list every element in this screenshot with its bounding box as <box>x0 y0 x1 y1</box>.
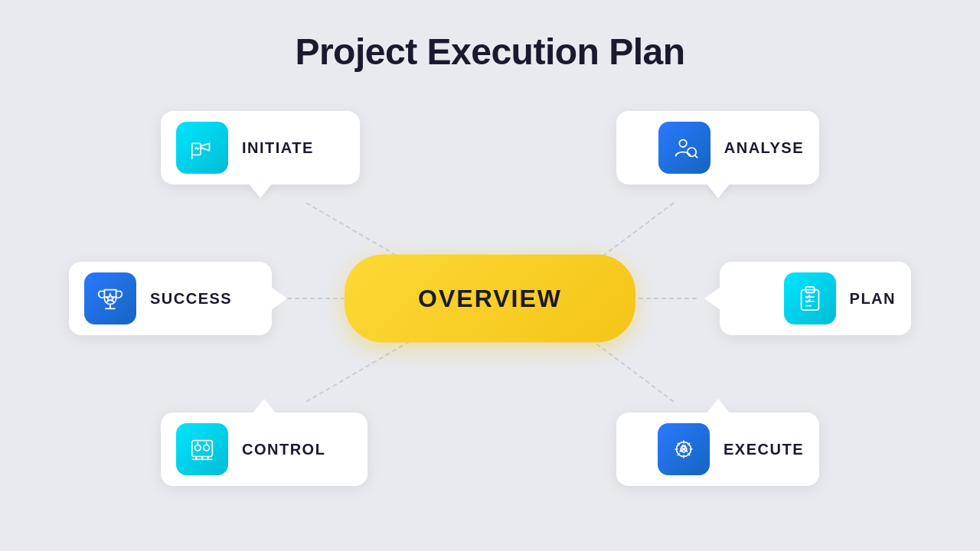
card-plan: PLAN <box>720 262 911 335</box>
svg-line-10 <box>694 155 697 158</box>
success-icon-box <box>84 272 136 324</box>
card-execute: EXECUTE <box>616 412 819 486</box>
card-analyse: ANALYSE <box>616 111 819 184</box>
svg-point-8 <box>679 140 687 148</box>
overview-label: OVERVIEW <box>418 285 562 313</box>
initiate-icon-box <box>176 122 228 174</box>
analyse-icon-box <box>658 122 710 174</box>
svg-rect-6 <box>192 143 201 155</box>
control-icon-box <box>176 423 228 475</box>
svg-point-20 <box>195 445 201 451</box>
success-label: SUCCESS <box>150 290 232 308</box>
control-icon <box>188 435 217 464</box>
plan-icon <box>795 284 825 313</box>
analyse-label: ANALYSE <box>724 139 804 157</box>
svg-marker-13 <box>106 294 114 302</box>
card-initiate: INITIATE <box>161 111 360 184</box>
analyse-icon <box>670 133 699 162</box>
svg-point-21 <box>204 445 210 451</box>
overview-card: OVERVIEW <box>345 255 635 343</box>
plan-label: PLAN <box>850 290 896 308</box>
page-title: Project Execution Plan <box>295 31 684 73</box>
svg-point-38 <box>682 445 686 449</box>
execute-icon <box>669 435 698 464</box>
plan-icon-box <box>784 272 836 324</box>
card-control: CONTROL <box>161 412 368 486</box>
success-icon <box>96 284 125 313</box>
diagram-container: OVERVIEW INITIATE ANALYSE <box>69 96 911 501</box>
control-label: CONTROL <box>242 441 325 458</box>
card-success: SUCCESS <box>69 262 272 335</box>
execute-label: EXECUTE <box>724 441 804 458</box>
initiate-icon <box>188 133 217 162</box>
execute-icon-box <box>658 423 710 475</box>
initiate-label: INITIATE <box>242 139 314 157</box>
